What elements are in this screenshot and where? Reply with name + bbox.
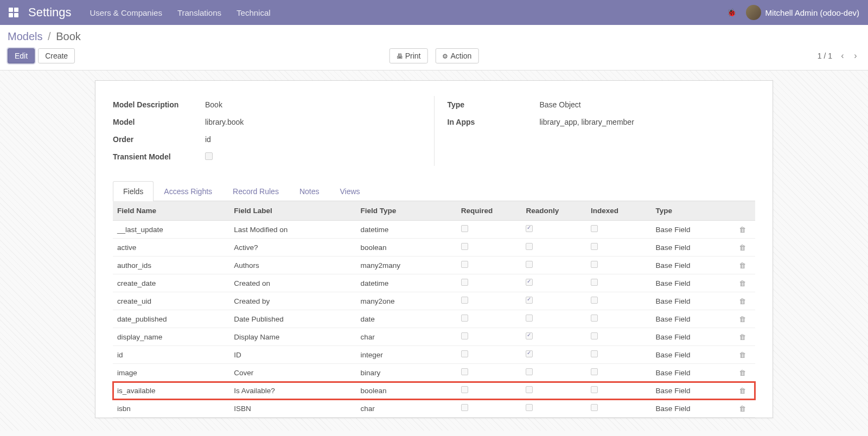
cell [586,328,652,346]
trash-icon[interactable]: 🗑 [739,405,746,413]
checkbox [461,350,468,357]
form-label: Model Description [113,100,205,109]
table-row[interactable]: idIDintegerBase Field🗑 [113,346,755,364]
column-header[interactable]: Field Label [229,201,356,221]
cell: date [356,310,456,328]
checkbox [461,386,468,393]
tab-fields[interactable]: Fields [113,181,154,201]
breadcrumb-parent[interactable]: Models [8,30,42,42]
cell [457,382,522,400]
cell: Base Field [652,292,730,310]
cell [586,221,652,239]
cell: Base Field [652,400,730,418]
trash-icon[interactable]: 🗑 [739,369,746,377]
cell: Base Field [652,310,730,328]
trash-icon[interactable]: 🗑 [739,387,746,395]
column-header[interactable]: Indexed [586,201,652,221]
table-row[interactable]: create_dateCreated ondatetimeBase Field🗑 [113,274,755,292]
action-button[interactable]: ⚙Action [435,48,478,63]
table-row[interactable]: create_uidCreated bymany2oneBase Field🗑 [113,292,755,310]
trash-icon[interactable]: 🗑 [739,226,746,234]
tab-views[interactable]: Views [329,181,370,201]
column-header[interactable]: Field Type [356,201,456,221]
column-header[interactable]: Type [652,201,730,221]
column-header[interactable] [729,201,755,221]
column-header[interactable]: Readonly [521,201,586,221]
cell: author_ids [113,257,229,274]
control-bar: Models / Book Edit Create 🖶Print ⚙Action… [0,25,868,70]
cell: 🗑 [729,364,755,382]
cell: Base Field [652,239,730,257]
cell: image [113,364,229,382]
tab-access-rights[interactable]: Access Rights [154,181,222,201]
pager: 1 / 1 ‹ › [818,51,860,61]
cell: Created on [229,274,356,292]
menu-translations[interactable]: Translations [177,8,221,17]
cell [457,310,522,328]
pager-next[interactable]: › [851,51,860,61]
print-icon: 🖶 [397,53,403,60]
trash-icon[interactable]: 🗑 [739,333,746,341]
table-row[interactable]: __last_updateLast Modified ondatetimeBas… [113,221,755,239]
cell: Base Field [652,257,730,274]
cell: char [356,400,456,418]
cell: create_uid [113,292,229,310]
checkbox [461,225,468,232]
tab-record-rules[interactable]: Record Rules [222,181,289,201]
column-header[interactable]: Required [457,201,522,221]
checkbox [205,152,213,160]
cell [457,274,522,292]
cell [457,292,522,310]
trash-icon[interactable]: 🗑 [739,351,746,359]
form-label: Type [448,100,540,109]
cell: Base Field [652,221,730,239]
apps-icon[interactable] [9,8,18,17]
cell [586,274,652,292]
debug-icon[interactable]: 🐞 [727,8,736,17]
checkbox [591,315,598,322]
trash-icon[interactable]: 🗑 [739,315,746,323]
edit-button[interactable]: Edit [8,48,35,63]
trash-icon[interactable]: 🗑 [739,243,746,252]
trash-icon[interactable]: 🗑 [739,279,746,287]
print-button[interactable]: 🖶Print [390,48,428,63]
user-menu[interactable]: Mitchell Admin (odoo-dev) [746,5,859,20]
checkbox [591,243,598,250]
cell: 🗑 [729,221,755,239]
action-label: Action [450,52,471,60]
tab-notes[interactable]: Notes [289,181,330,201]
cell [521,257,586,274]
cell: Display Name [229,328,356,346]
cell: 🗑 [729,328,755,346]
cell [586,310,652,328]
pager-prev[interactable]: ‹ [838,51,847,61]
checkbox [461,243,468,250]
cell [521,292,586,310]
form-value: library_app, library_member [540,118,634,126]
checkbox [591,386,598,393]
form-sheet: Model DescriptionBookModellibrary.bookOr… [95,80,773,418]
form-value: Base Object [540,100,581,109]
cell [457,257,522,274]
cell: 🗑 [729,274,755,292]
table-row[interactable]: date_publishedDate PublisheddateBase Fie… [113,310,755,328]
menu-technical[interactable]: Technical [237,8,271,17]
checkbox [526,332,533,339]
table-row[interactable]: imageCoverbinaryBase Field🗑 [113,364,755,382]
table-row[interactable]: activeActive?booleanBase Field🗑 [113,239,755,257]
menu-users-companies[interactable]: Users & Companies [90,8,162,17]
table-row[interactable]: is_availableIs Available?booleanBase Fie… [113,382,755,400]
cell: 🗑 [729,239,755,257]
table-row[interactable]: isbnISBNcharBase Field🗑 [113,400,755,418]
cell [586,239,652,257]
table-row[interactable]: author_idsAuthorsmany2manyBase Field🗑 [113,257,755,274]
checkbox [526,404,533,411]
navbar: Settings Users & Companies Translations … [0,0,868,25]
trash-icon[interactable]: 🗑 [739,297,746,305]
table-row[interactable]: display_nameDisplay NamecharBase Field🗑 [113,328,755,346]
create-button[interactable]: Create [38,48,75,63]
column-header[interactable]: Field Name [113,201,229,221]
cell: Last Modified on [229,221,356,239]
trash-icon[interactable]: 🗑 [739,261,746,270]
checkbox [591,297,598,304]
